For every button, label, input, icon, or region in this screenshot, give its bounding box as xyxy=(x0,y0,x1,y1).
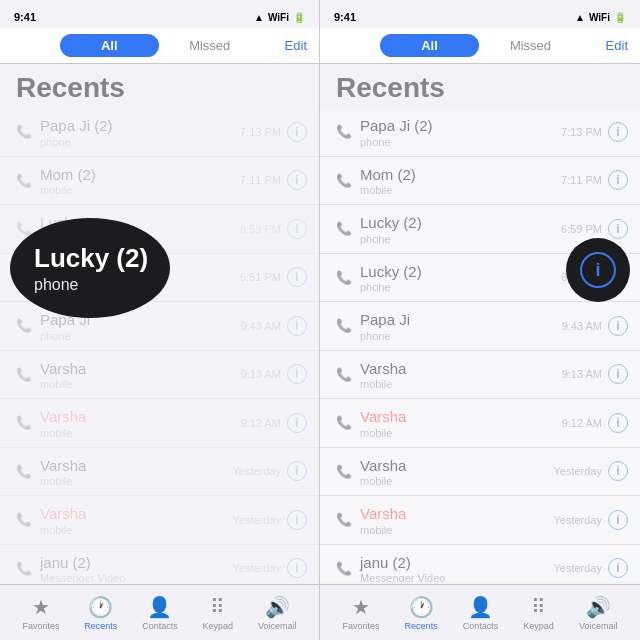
call-name: Varsha xyxy=(360,456,553,476)
info-circle-inner[interactable]: i xyxy=(580,252,616,288)
call-time: 6:59 PM xyxy=(561,223,602,235)
call-item: 📞 Mom (2) mobile 7:11 PM i xyxy=(320,157,640,206)
info-button[interactable]: i xyxy=(287,364,307,384)
info-button[interactable]: i xyxy=(608,364,628,384)
call-item-missed: 📞 Varsha mobile 9:12 AM i xyxy=(320,399,640,448)
nav-contacts-right[interactable]: 👤 Contacts xyxy=(463,595,499,631)
info-button[interactable]: i xyxy=(608,122,628,142)
call-type: mobile xyxy=(40,184,240,196)
call-name: Varsha xyxy=(40,359,241,379)
star-icon: ★ xyxy=(32,595,50,619)
battery-icon-right: 🔋 xyxy=(614,12,626,23)
tab-all-right[interactable]: All xyxy=(380,34,479,57)
info-button[interactable]: i xyxy=(608,413,628,433)
nav-favorites[interactable]: ★ Favorites xyxy=(22,595,59,631)
call-item: 📞 Papa Ji (2) phone 7:13 PM i xyxy=(0,108,319,157)
info-button[interactable]: i xyxy=(287,461,307,481)
info-button[interactable]: i xyxy=(608,558,628,578)
call-name: Mom (2) xyxy=(40,165,240,185)
call-name: Papa Ji xyxy=(360,310,562,330)
call-item-missed: 📞 Varsha mobile Yesterday i xyxy=(0,496,319,545)
call-name: janu (2) xyxy=(40,553,232,573)
call-time: 9:13 AM xyxy=(241,368,281,380)
call-name: Varsha xyxy=(40,456,232,476)
nav-voicemail-right[interactable]: 🔊 Voicemail xyxy=(579,595,618,631)
call-direction-icon: 📞 xyxy=(16,512,32,527)
tab-all-left[interactable]: All xyxy=(60,34,159,57)
tab-missed-right[interactable]: Missed xyxy=(481,34,580,57)
info-button[interactable]: i xyxy=(287,219,307,239)
call-time: Yesterday xyxy=(553,465,602,477)
call-item: 📞 Papa Ji (2) phone 7:13 PM i xyxy=(320,108,640,157)
call-type: mobile xyxy=(360,524,553,536)
info-button[interactable]: i xyxy=(287,413,307,433)
nav-recents-right[interactable]: 🕐 Recents xyxy=(405,595,438,631)
call-info: Varsha mobile xyxy=(360,504,553,536)
tab-missed-left[interactable]: Missed xyxy=(161,34,260,57)
call-type: mobile xyxy=(360,378,562,390)
call-name: Lucky (2) xyxy=(360,213,561,233)
call-type: mobile xyxy=(40,427,241,439)
call-item: 📞 Varsha mobile Yesterday i xyxy=(0,448,319,497)
nav-label: Contacts xyxy=(142,621,178,631)
call-info: Lucky (2) phone xyxy=(360,213,561,245)
info-button[interactable]: i xyxy=(287,267,307,287)
right-content: Recents 📞 Papa Ji (2) phone 7:13 PM i 📞 … xyxy=(320,64,640,582)
tab-bar-right: All Missed Edit xyxy=(320,28,640,64)
status-bar-right: 9:41 ▲ WiFi 🔋 xyxy=(320,0,640,28)
voicemail-icon: 🔊 xyxy=(586,595,611,619)
call-item: 📞 Varsha mobile 9:13 AM i xyxy=(0,351,319,400)
info-button[interactable]: i xyxy=(287,510,307,530)
info-button[interactable]: i xyxy=(608,316,628,336)
call-type: phone xyxy=(360,330,562,342)
battery-icon-left: 🔋 xyxy=(293,12,305,23)
call-direction-icon: 📞 xyxy=(336,124,352,139)
recents-icon: 🕐 xyxy=(409,595,434,619)
info-button[interactable]: i xyxy=(287,558,307,578)
call-direction-icon: 📞 xyxy=(16,124,32,139)
call-item: 📞 janu (2) Messenger Video Yesterday i xyxy=(320,545,640,583)
info-button[interactable]: i xyxy=(287,122,307,142)
info-button[interactable]: i xyxy=(287,316,307,336)
edit-btn-right[interactable]: Edit xyxy=(606,38,628,53)
call-type: phone xyxy=(360,281,561,293)
nav-voicemail[interactable]: 🔊 Voicemail xyxy=(258,595,297,631)
wifi-icon-right: WiFi xyxy=(589,12,610,23)
status-icons-right: ▲ WiFi 🔋 xyxy=(575,12,626,23)
call-info: Varsha mobile xyxy=(360,359,562,391)
call-time: 7:13 PM xyxy=(561,126,602,138)
info-button[interactable]: i xyxy=(608,461,628,481)
calls-left: 📞 Papa Ji (2) phone 7:13 PM i 📞 Mom (2) … xyxy=(0,108,319,582)
nav-label: Contacts xyxy=(463,621,499,631)
nav-label: Voicemail xyxy=(258,621,297,631)
bottom-nav-left: ★ Favorites 🕐 Recents 👤 Contacts ⠿ Keypa… xyxy=(0,584,319,640)
nav-keypad-right[interactable]: ⠿ Keypad xyxy=(523,595,554,631)
nav-keypad[interactable]: ⠿ Keypad xyxy=(203,595,234,631)
recents-title-right: Recents xyxy=(320,64,640,108)
call-time: Yesterday xyxy=(553,514,602,526)
call-type: mobile xyxy=(40,378,241,390)
nav-contacts[interactable]: 👤 Contacts xyxy=(142,595,178,631)
info-button[interactable]: i xyxy=(287,170,307,190)
call-name: Varsha xyxy=(360,359,562,379)
nav-label: Favorites xyxy=(22,621,59,631)
nav-recents[interactable]: 🕐 Recents xyxy=(84,595,117,631)
edit-btn-left[interactable]: Edit xyxy=(285,38,307,53)
call-time: 7:11 PM xyxy=(240,174,281,186)
call-info: Varsha mobile xyxy=(40,456,232,488)
nav-label: Recents xyxy=(405,621,438,631)
call-time: 9:43 AM xyxy=(241,320,281,332)
info-button[interactable]: i xyxy=(608,510,628,530)
call-item-missed: 📞 Varsha mobile 9:12 AM i xyxy=(0,399,319,448)
nav-favorites-right[interactable]: ★ Favorites xyxy=(343,595,380,631)
call-info: janu (2) Messenger Video xyxy=(360,553,553,583)
call-name: Varsha xyxy=(40,504,232,524)
info-button[interactable]: i xyxy=(608,170,628,190)
call-type: mobile xyxy=(40,475,232,487)
call-name: Varsha xyxy=(360,407,562,427)
call-time: Yesterday xyxy=(553,562,602,574)
tooltip-overlay-left: Lucky (2) phone xyxy=(10,218,170,318)
info-circle-overlay-right: i xyxy=(566,238,630,302)
call-name: Varsha xyxy=(40,407,241,427)
info-button[interactable]: i xyxy=(608,219,628,239)
